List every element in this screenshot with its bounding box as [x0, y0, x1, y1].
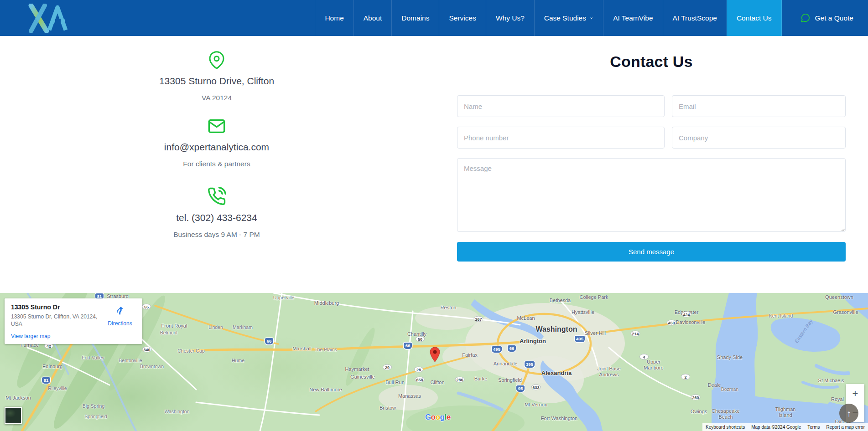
- map-card-title: 13305 Sturno Dr: [11, 303, 103, 311]
- directions-label: Directions: [103, 320, 137, 327]
- map-attribution-link[interactable]: Keyboard shortcuts: [702, 423, 748, 431]
- email-value[interactable]: info@xpertanalytica.com: [0, 142, 433, 153]
- contact-info-column: 13305 Sturno Drive, Clifton VA 20124 inf…: [0, 36, 433, 239]
- address-block: 13305 Sturno Drive, Clifton VA 20124: [0, 51, 433, 102]
- email-note: For clients & partners: [0, 160, 433, 168]
- nav-item[interactable]: Contact Us⌄: [727, 0, 782, 36]
- map-info-card: 13305 Sturno Dr 13305 Sturno Dr, Clifton…: [5, 298, 142, 344]
- chevron-down-icon: ⌄: [589, 14, 593, 20]
- email-block: info@xpertanalytica.com For clients & pa…: [0, 117, 433, 168]
- address-line2: VA 20124: [0, 94, 433, 102]
- nav-item-label: Contact Us: [737, 14, 772, 22]
- view-larger-map-link[interactable]: View larger map: [11, 333, 103, 339]
- satellite-view-thumbnail[interactable]: [5, 407, 22, 424]
- nav-item-label: Domains: [401, 14, 429, 22]
- google-logo[interactable]: Google: [425, 413, 451, 422]
- nav-item[interactable]: AI TrustScope⌄: [663, 0, 727, 36]
- nav-item[interactable]: Home⌄: [315, 0, 353, 36]
- phone-value[interactable]: tel. (302) 433-6234: [0, 212, 433, 223]
- contact-form: Contact Us Send message: [457, 36, 846, 262]
- nav-item-label: Case Studies: [544, 14, 586, 22]
- nav-item[interactable]: AI TeamVibe⌄: [603, 0, 662, 36]
- nav-item[interactable]: Services⌄: [439, 0, 485, 36]
- xa-logo-icon: [26, 4, 70, 33]
- message-field[interactable]: [457, 158, 846, 232]
- nav-item-label: Home: [325, 14, 343, 22]
- company-field[interactable]: [672, 127, 846, 149]
- nav-item-label: AI TrustScope: [673, 14, 717, 22]
- map-card-address: 13305 Sturno Dr, Clifton, VA 20124, USA: [11, 313, 103, 328]
- nav-item-label: Why Us?: [496, 14, 525, 22]
- directions-button[interactable]: Directions: [103, 303, 137, 339]
- top-navbar: Home⌄ About⌄ Domains⌄ Services⌄ Why Us?⌄…: [0, 0, 868, 36]
- map-attribution-link[interactable]: Report a map error: [823, 423, 868, 431]
- phone-block: tel. (302) 433-6234 Business days 9 AM -…: [0, 187, 433, 239]
- location-pin-icon: [208, 51, 226, 69]
- directions-icon: [115, 305, 125, 316]
- get-a-quote-button[interactable]: Get a Quote: [782, 0, 868, 36]
- nav-item[interactable]: Why Us?⌄: [486, 0, 534, 36]
- zoom-in-button[interactable]: +: [846, 384, 864, 403]
- address-line1: 13305 Sturno Drive, Clifton: [0, 76, 433, 87]
- phone-field[interactable]: [457, 127, 665, 149]
- nav-item[interactable]: Case Studies⌄: [534, 0, 603, 36]
- get-a-quote-label: Get a Quote: [815, 14, 853, 22]
- google-map[interactable]: StrasburgMiddleburgUppervilleBethesdaCol…: [0, 293, 868, 431]
- phone-note: Business days 9 AM - 7 PM: [0, 231, 433, 239]
- nav-item-label: AI TeamVibe: [613, 14, 653, 22]
- page-title: Contact Us: [457, 53, 846, 71]
- nav-item-label: About: [364, 14, 382, 22]
- email-field[interactable]: [672, 95, 846, 117]
- up-arrow-icon: ↑: [847, 408, 851, 419]
- map-attribution-bar: Keyboard shortcutsMap data ©2024 GoogleT…: [702, 423, 868, 431]
- nav-item-label: Services: [449, 14, 476, 22]
- chat-bubble-icon: [800, 13, 811, 23]
- contact-section: 13305 Sturno Drive, Clifton VA 20124 inf…: [0, 36, 868, 293]
- nav-menu: Home⌄ About⌄ Domains⌄ Services⌄ Why Us?⌄…: [315, 0, 781, 36]
- nav-item[interactable]: About⌄: [353, 0, 392, 36]
- send-message-button[interactable]: Send message: [457, 242, 846, 262]
- phone-icon: [207, 187, 226, 206]
- company-logo[interactable]: [26, 4, 70, 33]
- map-marker-pin[interactable]: [429, 347, 441, 362]
- map-attribution-link[interactable]: Map data ©2024 Google: [748, 423, 804, 431]
- nav-item[interactable]: Domains⌄: [391, 0, 439, 36]
- scroll-to-top-button[interactable]: ↑: [839, 404, 858, 423]
- name-field[interactable]: [457, 95, 665, 117]
- map-attribution-link[interactable]: Terms: [804, 423, 823, 431]
- email-icon: [208, 117, 226, 135]
